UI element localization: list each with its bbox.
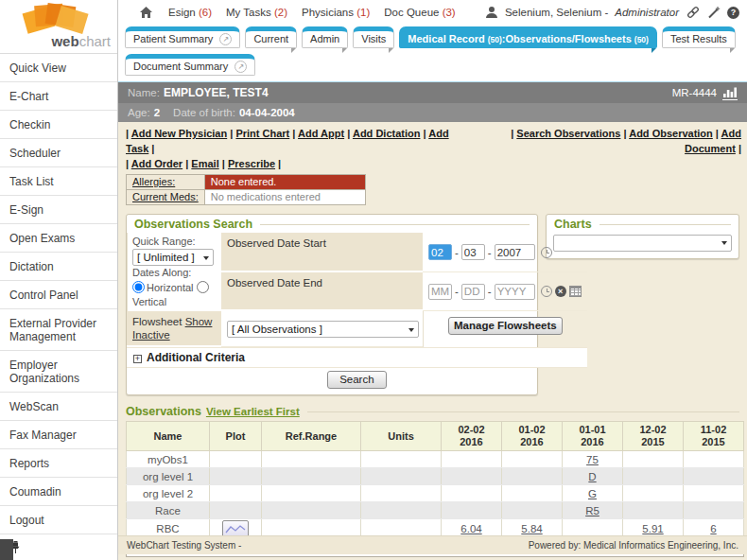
tab-label: Visits bbox=[361, 33, 386, 44]
end-month-input[interactable] bbox=[428, 284, 452, 300]
observed-end-fields: - - × bbox=[423, 272, 587, 312]
sidebar-pin[interactable] bbox=[0, 534, 117, 560]
webchart-logo[interactable]: webchart bbox=[0, 0, 117, 54]
link-add-order[interactable]: Add Order bbox=[131, 158, 182, 169]
tab-current[interactable]: Current bbox=[245, 26, 297, 48]
flowsheet-select[interactable]: [ All Observations ] bbox=[227, 321, 419, 338]
link-add-appt[interactable]: Add Appt bbox=[298, 128, 344, 139]
link-icon[interactable] bbox=[686, 6, 701, 19]
obs-value-cell bbox=[442, 451, 502, 468]
sidebar-item-logout[interactable]: Logout bbox=[0, 506, 117, 534]
view-earliest-first-link[interactable]: View Earliest First bbox=[206, 406, 300, 417]
obs-row-org-level-2: org level 2G bbox=[127, 485, 744, 502]
tab-test-results[interactable]: Test Results bbox=[662, 26, 736, 48]
link-print-chart[interactable]: Print Chart bbox=[235, 128, 289, 139]
obs-col-11-02-2015: 11-02 2015 bbox=[684, 422, 744, 451]
clock-icon[interactable] bbox=[541, 286, 552, 297]
start-month-input[interactable] bbox=[428, 244, 452, 260]
home-icon[interactable] bbox=[139, 6, 153, 19]
obs-value-link[interactable]: 6.04 bbox=[460, 523, 481, 534]
tab-label: Test Results bbox=[670, 33, 727, 44]
link-email[interactable]: Email bbox=[191, 158, 218, 169]
obs-value-cell bbox=[442, 485, 502, 502]
obs-value-link[interactable]: R5 bbox=[585, 505, 599, 516]
allergies-link[interactable]: Allergies: bbox=[132, 176, 175, 187]
nav-esign[interactable]: Esign (6) bbox=[168, 7, 212, 18]
obs-value-cell bbox=[502, 468, 563, 485]
popout-icon[interactable]: ↗ bbox=[219, 33, 232, 45]
start-day-input[interactable] bbox=[461, 244, 485, 260]
sidebar-item-quick-view[interactable]: Quick View bbox=[0, 54, 117, 82]
quick-range-cell: Quick Range: [ Unlimited ] Dates Along: … bbox=[127, 233, 221, 311]
sidebar-item-scheduler[interactable]: Scheduler bbox=[0, 139, 117, 167]
obs-col-units: Units bbox=[361, 422, 442, 451]
calendar-icon[interactable] bbox=[569, 286, 582, 297]
nav-my-tasks[interactable]: My Tasks (2) bbox=[226, 7, 287, 18]
flowsheet-field: [ All Observations ] bbox=[221, 311, 423, 347]
current-meds-link[interactable]: Current Meds: bbox=[132, 191, 199, 202]
sidebar-item-external-provider-management[interactable]: External Provider Management bbox=[0, 309, 117, 351]
obs-col-name: Name bbox=[127, 422, 210, 451]
additional-criteria-row[interactable]: +Additional Criteria bbox=[127, 347, 587, 367]
obs-value-link[interactable]: 5.91 bbox=[642, 523, 663, 534]
obs-value-cell bbox=[502, 451, 563, 468]
sidebar-item-task-list[interactable]: Task List bbox=[0, 167, 117, 196]
mr-chart-link[interactable] bbox=[722, 86, 738, 100]
sidebar-item-webscan[interactable]: WebScan bbox=[0, 393, 117, 421]
obs-value-cell bbox=[684, 502, 744, 519]
quick-range-select[interactable]: [ Unlimited ] bbox=[132, 249, 214, 266]
link-search-observations[interactable]: Search Observations bbox=[516, 128, 620, 139]
link-add-new-physician[interactable]: Add New Physician bbox=[131, 128, 227, 139]
sidebar-item-employer-organizations[interactable]: Employer Organizations bbox=[0, 351, 117, 393]
mr-cluster: MR-4444 bbox=[672, 86, 738, 100]
obs-value-cell bbox=[442, 502, 502, 519]
patient-age-bar: Age: 2 Date of birth: 04-04-2004 bbox=[118, 103, 747, 122]
link-add-observation[interactable]: Add Observation bbox=[629, 128, 713, 139]
end-day-input[interactable] bbox=[461, 284, 485, 300]
tab-visits[interactable]: Visits bbox=[353, 26, 394, 48]
link-prescribe[interactable]: Prescribe bbox=[228, 158, 275, 169]
end-year-input[interactable] bbox=[495, 284, 535, 300]
tab-admin[interactable]: Admin bbox=[302, 26, 348, 48]
sidebar-item-open-exams[interactable]: Open Exams bbox=[0, 224, 117, 253]
search-button[interactable]: Search bbox=[327, 371, 386, 389]
obs-refrange bbox=[262, 502, 361, 519]
obs-value-link[interactable]: 5.84 bbox=[521, 523, 542, 534]
obs-value-link[interactable]: 6 bbox=[710, 523, 716, 534]
sidebar-item-reports[interactable]: Reports bbox=[0, 449, 117, 478]
manage-flowsheets-button[interactable]: Manage Flowsheets bbox=[448, 317, 563, 335]
sidebar-item-fax-manager[interactable]: Fax Manager bbox=[0, 421, 117, 449]
sidebar-item-dictation[interactable]: Dictation bbox=[0, 253, 117, 281]
nav-doc-queue[interactable]: Doc Queue (3) bbox=[384, 7, 455, 18]
vertical-radio[interactable] bbox=[197, 281, 209, 293]
clear-date-icon[interactable]: × bbox=[555, 286, 566, 297]
tab-medical-record-50-observations-flowsheets-50[interactable]: Medical Record (50):Observations/Flowshe… bbox=[399, 26, 657, 48]
horizontal-radio[interactable] bbox=[132, 281, 145, 293]
sidebar-item-e-sign[interactable]: E-Sign bbox=[0, 196, 117, 224]
wand-icon[interactable] bbox=[707, 6, 721, 19]
obs-value-link[interactable]: D bbox=[588, 471, 596, 482]
sidebar-item-control-panel[interactable]: Control Panel bbox=[0, 281, 117, 309]
sidebar-item-e-chart[interactable]: E-Chart bbox=[0, 82, 117, 111]
popout-icon[interactable]: ↗ bbox=[235, 61, 247, 73]
sidebar-item-checkin[interactable]: Checkin bbox=[0, 111, 117, 139]
obs-name: org level 2 bbox=[127, 485, 210, 502]
footer-bar: WebChart Testing System - Powered by: Me… bbox=[118, 535, 747, 554]
tab-patient-summary[interactable]: Patient Summary↗ bbox=[125, 26, 240, 48]
obs-row-race: RaceR5 bbox=[127, 502, 744, 519]
user-name[interactable]: Selenium, Selenium - bbox=[505, 7, 608, 18]
obs-value-link[interactable]: G bbox=[588, 488, 597, 499]
tab-document-summary[interactable]: Document Summary↗ bbox=[125, 54, 255, 76]
start-year-input[interactable] bbox=[495, 244, 535, 260]
charts-select[interactable] bbox=[553, 235, 732, 252]
sidebar-item-coumadin[interactable]: Coumadin bbox=[0, 478, 117, 506]
nav-physicians[interactable]: Physicians (1) bbox=[302, 7, 370, 18]
help-icon[interactable]: ? bbox=[727, 7, 739, 19]
expand-plus-icon[interactable]: + bbox=[133, 355, 142, 363]
obs-value-link[interactable]: 75 bbox=[586, 454, 599, 465]
obs-value-cell bbox=[502, 502, 563, 519]
link-add-dictation[interactable]: Add Dictation bbox=[353, 128, 421, 139]
obs-units bbox=[361, 502, 442, 519]
clock-icon[interactable] bbox=[541, 247, 552, 258]
nav-count: (3) bbox=[443, 7, 456, 18]
